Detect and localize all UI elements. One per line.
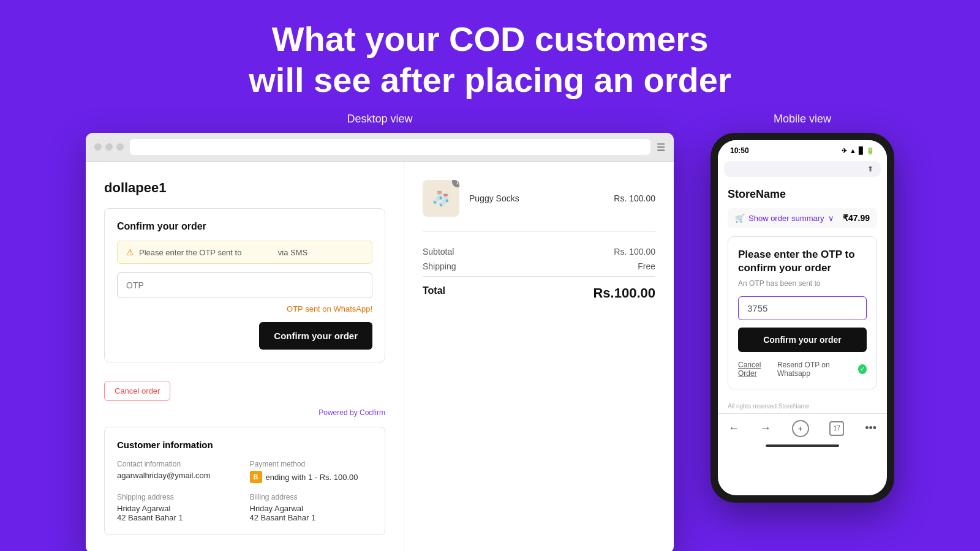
product-price: Rs. 100.00 <box>614 193 655 203</box>
billing-section: Billing address Hriday Agarwal 42 Basant… <box>250 493 373 522</box>
confirm-box-title: Confirm your order <box>117 221 372 232</box>
browser-dot-red <box>94 143 102 151</box>
store-name: dollapee1 <box>104 180 385 196</box>
phone-otp-title: Please enter the OTP to confirm your ord… <box>738 248 867 275</box>
browser-dots <box>94 143 124 151</box>
contact-value: agarwalhriday@ymail.com <box>117 471 240 480</box>
show-summary-text: Show order summary <box>748 214 824 223</box>
phone-nav-bar: ← → + 17 ••• <box>718 413 887 441</box>
shipping-row: Shipping Free <box>423 261 655 271</box>
browser-dot-yellow <box>105 143 113 151</box>
shipping-section: Shipping address Hriday Agarwal 42 Basan… <box>117 493 240 522</box>
phone-confirm-btn[interactable]: Confirm your order <box>738 328 867 352</box>
browser-addressbar[interactable] <box>130 139 650 155</box>
share-nav-btn[interactable]: + <box>792 420 809 437</box>
page-header: What your COD customers will see after p… <box>236 0 743 113</box>
wifi-icon: ▲ <box>850 147 856 154</box>
shipping-label: Shipping <box>423 261 456 271</box>
phone-wrapper: 10:50 ✈ ▲ ▊ 🔋 ⬆ <box>710 133 894 503</box>
views-container: Desktop view ☰ dollapee1 <box>0 113 980 551</box>
phone-browser-bar: ⬆ <box>724 161 881 177</box>
subtotal-value: Rs. 100.00 <box>614 247 655 257</box>
subtotal-label: Subtotal <box>423 247 454 257</box>
billing-address: 42 Basant Bahar 1 <box>250 513 373 522</box>
shipping-label: Shipping address <box>117 493 240 501</box>
tabs-nav-btn[interactable]: 17 <box>829 421 844 436</box>
phone-store-name: StoreName <box>728 188 877 201</box>
product-qty-badge: 1 <box>452 180 459 187</box>
total-value: Rs.100.00 <box>593 285 655 301</box>
info-grid: Contact information agarwalhriday@ymail.… <box>117 460 372 522</box>
browser-window: ☰ dollapee1 Confirm your order ⚠ Please … <box>86 133 674 551</box>
back-nav-btn[interactable]: ← <box>728 422 739 435</box>
phone-content: StoreName 🛒 Show order summary ∨ ₹47.99 … <box>718 179 887 397</box>
cart-icon: 🛒 <box>735 214 745 223</box>
mobile-view-section: Mobile view 10:50 ✈ ▲ ▊ 🔋 <box>710 113 894 503</box>
phone-resend-link[interactable]: Resend OTP on Whatsapp ✓ <box>777 361 867 378</box>
confirm-order-button[interactable]: Confirm your order <box>259 322 372 350</box>
page-title: What your COD customers will see after p… <box>249 18 731 100</box>
payment-icon: B <box>250 471 262 483</box>
warning-icon: ⚠ <box>126 247 134 257</box>
otp-warning: ⚠ Please enter the OTP sent to via SMS <box>117 241 372 264</box>
forward-nav-btn[interactable]: → <box>760 422 771 435</box>
resend-text: Resend OTP on Whatsapp <box>777 361 856 378</box>
more-nav-btn[interactable]: ••• <box>865 422 876 435</box>
product-name: Puggy Socks <box>469 193 604 203</box>
payment-section: Payment method B ending with 1 - Rs. 100… <box>250 460 373 483</box>
shipping-value: Free <box>638 261 655 271</box>
browser-menu-icon[interactable]: ☰ <box>657 141 665 153</box>
battery-icon: 🔋 <box>866 147 875 155</box>
phone-otp-subtitle: An OTP has been sent to <box>738 279 867 288</box>
signal-icon: ▊ <box>859 147 864 155</box>
phone-status-bar: 10:50 ✈ ▲ ▊ 🔋 <box>718 140 887 159</box>
phone-screen: 10:50 ✈ ▲ ▊ 🔋 ⬆ <box>718 140 887 495</box>
customer-info-box: Customer information Contact information… <box>104 427 385 535</box>
confirm-box: Confirm your order ⚠ Please enter the OT… <box>104 208 385 362</box>
payment-label: Payment method <box>250 460 373 468</box>
desktop-view-section: Desktop view ☰ dollapee1 <box>86 113 674 551</box>
phone-cancel-link[interactable]: Cancel Order <box>738 361 777 378</box>
contact-label: Contact information <box>117 460 240 468</box>
shipping-name: Hriday Agarwal <box>117 504 240 513</box>
phone-actions: Cancel Order Resend OTP on Whatsapp ✓ <box>738 361 867 378</box>
share-icon: ⬆ <box>867 165 873 173</box>
phone-home-indicator <box>766 444 839 447</box>
desktop-view-label: Desktop view <box>347 113 412 126</box>
powered-by-brand[interactable]: Codfirm <box>360 408 385 417</box>
chevron-down-icon: ∨ <box>828 214 834 223</box>
phone-otp-input[interactable] <box>738 296 867 320</box>
shipping-address: 42 Basant Bahar 1 <box>117 513 240 522</box>
payment-badge: B ending with 1 - Rs. 100.00 <box>250 471 358 483</box>
phone-order-summary-bar: 🛒 Show order summary ∨ ₹47.99 <box>728 208 877 228</box>
browser-content: dollapee1 Confirm your order ⚠ Please en… <box>86 162 674 551</box>
whatsapp-link[interactable]: OTP sent on WhatsApp! <box>117 304 372 313</box>
contact-section: Contact information agarwalhriday@ymail.… <box>117 460 240 483</box>
otp-input[interactable] <box>117 272 372 298</box>
cancel-order-button[interactable]: Cancel order <box>104 381 170 401</box>
product-emoji: 🧦 <box>432 190 450 207</box>
browser-dot-green <box>116 143 124 151</box>
subtotal-row: Subtotal Rs. 100.00 <box>423 247 655 257</box>
location-icon: ✈ <box>842 147 847 155</box>
product-image: 1 🧦 <box>423 180 459 217</box>
phone-footer: All rights reserved StoreName <box>718 398 887 413</box>
powered-by: Powered by Codfirm <box>104 408 385 417</box>
total-row: Total Rs.100.00 <box>423 276 655 301</box>
order-item: 1 🧦 Puggy Socks Rs. 100.00 <box>423 180 655 232</box>
otp-warning-suffix: via SMS <box>278 248 307 257</box>
phone-time: 10:50 <box>730 146 749 155</box>
customer-info-title: Customer information <box>117 440 372 450</box>
payment-value: ending with 1 - Rs. 100.00 <box>266 473 358 482</box>
phone-order-price: ₹47.99 <box>843 213 870 223</box>
billing-name: Hriday Agarwal <box>250 504 373 513</box>
mobile-view-label: Mobile view <box>774 113 831 126</box>
otp-warning-text: Please enter the OTP sent to <box>139 248 241 257</box>
total-label: Total <box>423 285 445 301</box>
right-panel: 1 🧦 Puggy Socks Rs. 100.00 Subtotal Rs. … <box>404 162 674 551</box>
phone-status-icons: ✈ ▲ ▊ 🔋 <box>842 147 875 155</box>
browser-toolbar: ☰ <box>86 133 674 162</box>
phone-frame: 10:50 ✈ ▲ ▊ 🔋 ⬆ <box>710 133 894 503</box>
whatsapp-icon: ✓ <box>858 364 867 374</box>
show-summary-btn[interactable]: 🛒 Show order summary ∨ <box>735 214 834 223</box>
